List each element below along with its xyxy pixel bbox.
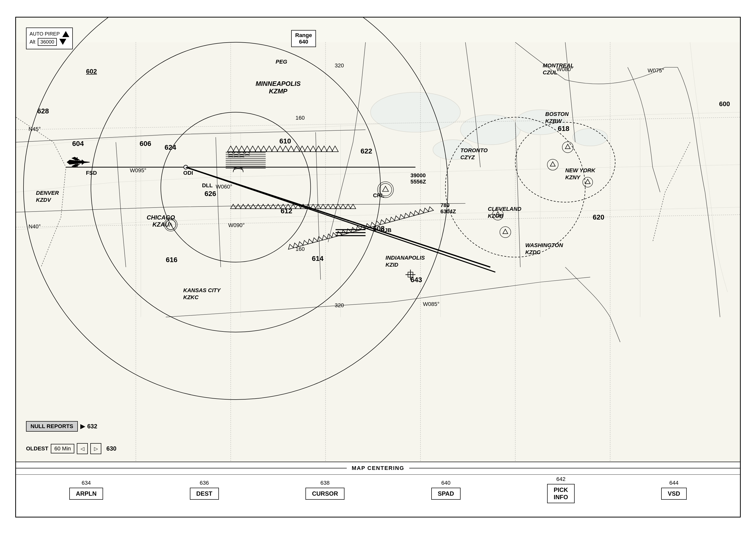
svg-marker-84	[374, 220, 381, 226]
svg-text:W090°: W090°	[228, 222, 245, 228]
svg-line-116	[186, 167, 495, 272]
svg-point-97	[164, 218, 177, 231]
svg-text:CZYZ: CZYZ	[460, 154, 475, 160]
svg-text:KANSAS CITY: KANSAS CITY	[183, 287, 221, 293]
pick-info-button[interactable]: PICKINFO	[547, 484, 574, 503]
svg-marker-41	[230, 204, 236, 209]
svg-text:KZMP: KZMP	[269, 88, 287, 95]
svg-marker-70	[307, 238, 313, 244]
svg-marker-77	[340, 229, 347, 235]
svg-marker-40	[332, 146, 338, 152]
svg-text:618: 618	[558, 125, 570, 132]
spad-button[interactable]: SPAD	[431, 488, 461, 500]
svg-text:5556Z: 5556Z	[411, 178, 426, 184]
svg-text:622: 622	[361, 147, 372, 155]
svg-point-110	[500, 227, 511, 238]
svg-marker-38	[321, 146, 327, 152]
svg-marker-95	[427, 206, 434, 211]
svg-text:N45°: N45°	[29, 126, 41, 132]
svg-marker-67	[292, 242, 298, 248]
svg-marker-37	[315, 146, 322, 152]
auto-pirep-label: AUTO PIREP	[30, 31, 60, 37]
range-box: Range 640	[291, 30, 316, 47]
svg-text:612: 612	[281, 207, 292, 215]
next-button[interactable]: ▷	[90, 443, 101, 454]
svg-text:KZDV: KZDV	[36, 197, 52, 203]
svg-marker-56	[306, 204, 311, 209]
svg-text:614: 614	[312, 255, 324, 262]
oldest-label: OLDEST	[26, 445, 48, 452]
svg-marker-46	[256, 204, 261, 209]
svg-marker-32	[288, 146, 294, 152]
svg-marker-85	[379, 219, 385, 225]
null-reports-box: NULL REPORTS	[26, 421, 78, 432]
svg-point-3	[515, 110, 565, 135]
svg-marker-82	[364, 223, 371, 229]
svg-marker-93	[418, 209, 424, 214]
vsd-ref: 644	[669, 480, 679, 486]
pick-info-item: 642 PICKINFO	[547, 476, 574, 503]
svg-marker-21	[228, 146, 234, 152]
svg-text:624: 624	[165, 143, 176, 151]
svg-text:KZKC: KZKC	[183, 294, 199, 300]
map-centering-row: MAP CENTERING	[16, 462, 740, 475]
svg-text:TORONTO: TORONTO	[460, 147, 488, 153]
svg-text:W075°: W075°	[648, 67, 664, 73]
svg-marker-52	[285, 204, 291, 209]
null-reports-area: NULL REPORTS ▶ 632	[26, 421, 97, 432]
svg-marker-90	[403, 212, 410, 218]
svg-marker-105	[565, 144, 570, 149]
svg-marker-24	[244, 146, 251, 152]
svg-text:KZOB: KZOB	[488, 213, 503, 219]
svg-marker-75	[331, 232, 337, 238]
svg-marker-26	[255, 146, 261, 152]
svg-marker-64	[345, 204, 351, 209]
prev-button[interactable]: ◁	[77, 443, 88, 454]
svg-line-121	[16, 214, 740, 227]
svg-text:616: 616	[166, 256, 177, 264]
dest-button[interactable]: DEST	[190, 488, 219, 500]
svg-text:W095°: W095°	[130, 167, 146, 173]
vsd-button[interactable]: VSD	[661, 488, 687, 500]
svg-marker-23	[238, 146, 245, 152]
svg-marker-28	[266, 146, 272, 152]
svg-text:CRL: CRL	[373, 192, 384, 198]
svg-point-5	[161, 112, 311, 262]
svg-marker-60	[325, 204, 331, 209]
svg-text:DLL: DLL	[202, 182, 213, 188]
alt-value-box: 36000	[38, 38, 57, 46]
svg-text:DENVER: DENVER	[36, 189, 59, 196]
arpln-button[interactable]: ARPLN	[69, 488, 103, 500]
svg-text:ODI: ODI	[183, 169, 193, 176]
svg-point-102	[547, 159, 558, 170]
svg-marker-59	[320, 204, 326, 209]
range-label: Range	[295, 32, 312, 39]
svg-marker-80	[355, 225, 361, 231]
svg-text:604: 604	[72, 140, 84, 148]
ref-602: 602	[86, 68, 97, 75]
svg-text:CLEVELAND: CLEVELAND	[488, 206, 521, 212]
svg-marker-54	[295, 204, 301, 209]
svg-marker-74	[326, 233, 332, 239]
svg-text:643: 643	[411, 276, 422, 283]
svg-text:PEG: PEG	[276, 58, 287, 65]
svg-marker-107	[585, 179, 590, 183]
svg-text:320: 320	[335, 302, 344, 308]
oldest-area: OLDEST 60 Min ◁ ▷ 630	[26, 443, 116, 454]
svg-marker-53	[290, 204, 296, 209]
svg-marker-30	[277, 146, 284, 152]
svg-point-1	[460, 115, 520, 145]
svg-marker-43	[240, 204, 246, 209]
svg-marker-49	[270, 204, 276, 209]
cursor-button[interactable]: CURSOR	[306, 488, 344, 500]
svg-marker-111	[503, 229, 508, 234]
buttons-row: 634 ARPLN 636 DEST 638 CURSOR 640 SPAD	[16, 475, 740, 505]
svg-marker-34	[299, 146, 306, 152]
triangle-down-icon	[59, 39, 66, 45]
svg-text:620: 620	[593, 213, 605, 221]
svg-marker-78	[345, 228, 351, 234]
svg-marker-79	[350, 227, 357, 232]
svg-marker-25	[249, 146, 256, 152]
svg-point-0	[370, 92, 460, 132]
svg-point-104	[562, 142, 573, 153]
